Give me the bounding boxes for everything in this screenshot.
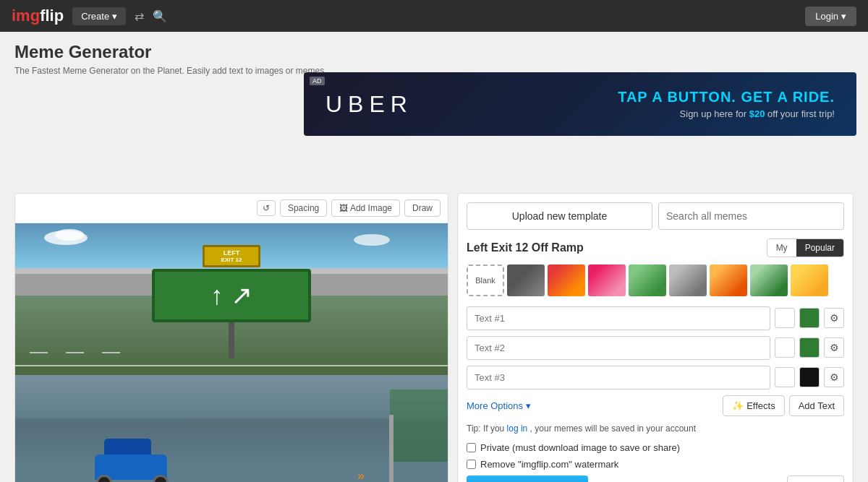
tip-text: Tip: If you (467, 423, 507, 434)
content-row: ↺ Spacing 🖼 Add Image Draw (14, 193, 854, 482)
sign-green: ↑ ↗ (152, 269, 311, 322)
text-field-1[interactable] (467, 306, 770, 330)
login-button[interactable]: Login ▾ (805, 7, 856, 26)
thumb-item[interactable] (791, 264, 828, 296)
more-options-label: More Options (467, 400, 523, 411)
spacing-button[interactable]: Spacing (280, 199, 327, 217)
search-icon[interactable]: 🔍 (153, 9, 167, 23)
generate-row: Generate Meme Reset (467, 475, 844, 482)
private-label: Private (must download image to save or … (480, 442, 680, 453)
ad-subtext: Sign up here for $20 off your first trip… (442, 108, 835, 119)
ad-highlight: $20 (749, 108, 765, 119)
upload-template-button[interactable]: Upload new template (467, 202, 652, 230)
tip-suffix: , your memes will be saved in your accou… (530, 423, 696, 434)
add-image-button[interactable]: 🖼 Add Image (331, 199, 400, 217)
text-settings-3[interactable]: ⚙ (824, 367, 844, 387)
text-row-1: ⚙ (467, 306, 844, 330)
template-row: Upload new template (467, 202, 844, 230)
navbar-right: Login ▾ (805, 7, 856, 26)
chevron-down-icon: ▾ (526, 400, 531, 411)
car (88, 455, 174, 482)
controls-inner: Upload new template Left Exit 12 Off Ram… (457, 193, 854, 482)
tab-my[interactable]: My (767, 239, 796, 257)
thumb-item[interactable] (669, 264, 707, 296)
ad-brand: UBER (326, 91, 413, 118)
logo-text: imgflip (12, 7, 64, 25)
text-color-accent-1[interactable] (799, 308, 820, 328)
shuffle-icon[interactable]: ⇄ (135, 9, 144, 23)
private-checkbox[interactable] (467, 443, 476, 452)
meme-top-image: LEFT EXIT 12 ↑ ↗ (15, 223, 448, 375)
text-color-white-1[interactable] (775, 308, 795, 328)
upload-label: Upload new template (512, 210, 608, 222)
tab-group: My Popular (767, 238, 844, 257)
thumb-item[interactable] (507, 264, 545, 296)
spacing-label: Spacing (288, 203, 319, 213)
watermark-label: Remove "imgflip.com" watermark (480, 459, 618, 470)
ad-headline: TAP A BUTTON. GET A RIDE. (442, 89, 835, 106)
text-field-3[interactable] (467, 366, 770, 390)
thumb-item[interactable] (588, 264, 626, 296)
watermark-checkbox-row: Remove "imgflip.com" watermark (467, 459, 844, 470)
thumb-blank[interactable]: Blank (467, 264, 504, 296)
more-options-button[interactable]: More Options ▾ (467, 400, 531, 411)
editor-toolbar: ↺ Spacing 🖼 Add Image Draw (15, 194, 448, 223)
highway-sign: LEFT EXIT 12 ↑ ↗ (152, 245, 311, 358)
navbar: imgflip Create ▾ ⇄ 🔍 Login ▾ (0, 0, 868, 32)
create-label: Create (81, 11, 109, 22)
ad-banner[interactable]: AD UBER TAP A BUTTON. GET A RIDE. Sign u… (304, 72, 856, 136)
meme-bottom-image: » » (15, 375, 448, 482)
text-color-accent-2[interactable] (799, 337, 820, 358)
meme-title: Left Exit 12 Off Ramp (467, 241, 584, 254)
search-input[interactable] (658, 202, 844, 230)
sign-pole (229, 322, 234, 358)
text-field-2[interactable] (467, 336, 770, 360)
action-buttons: ✨ Effects Add Text (723, 395, 844, 416)
text-color-black-3[interactable] (799, 367, 820, 387)
add-text-label: Add Text (799, 400, 835, 411)
tab-popular[interactable]: Popular (796, 239, 843, 257)
sign-yellow: LEFT EXIT 12 (203, 245, 260, 267)
chevron-down-icon: ▾ (841, 11, 846, 22)
tip-row: Tip: If you log in , your memes will be … (467, 423, 844, 434)
meme-image: LEFT EXIT 12 ↑ ↗ (15, 223, 448, 482)
text-settings-2[interactable]: ⚙ (824, 337, 844, 358)
text-row-2: ⚙ (467, 336, 844, 360)
watermark-checkbox[interactable] (467, 460, 476, 469)
create-button[interactable]: Create ▾ (72, 7, 126, 25)
ad-subtext-before: Sign up here for (680, 108, 749, 119)
add-image-label: Add Image (350, 203, 392, 213)
undo-button[interactable]: ↺ (257, 200, 276, 216)
effects-label: Effects (746, 400, 775, 411)
ad-text: TAP A BUTTON. GET A RIDE. Sign up here f… (442, 89, 835, 119)
login-label: Login (815, 11, 838, 22)
options-row: More Options ▾ ✨ Effects Add Text (467, 395, 844, 416)
ad-tag: AD (310, 77, 325, 85)
sparkle-icon: ✨ (732, 400, 744, 411)
meme-editor-panel: ↺ Spacing 🖼 Add Image Draw (14, 193, 448, 482)
text-color-white-2[interactable] (775, 337, 795, 358)
thumb-item[interactable] (710, 264, 747, 296)
generate-button[interactable]: Generate Meme (467, 475, 588, 482)
thumb-item[interactable] (750, 264, 788, 296)
login-link[interactable]: log in (507, 423, 530, 434)
add-text-button[interactable]: Add Text (789, 395, 844, 416)
page-title: Meme Generator (14, 42, 854, 62)
draw-label: Draw (412, 203, 433, 213)
meme-title-row: Left Exit 12 Off Ramp My Popular (467, 238, 844, 257)
navbar-left: imgflip Create ▾ ⇄ 🔍 (12, 7, 167, 25)
controls-panel: Upload new template Left Exit 12 Off Ram… (457, 193, 854, 482)
text-color-white-3[interactable] (775, 367, 795, 387)
private-checkbox-row: Private (must download image to save or … (467, 442, 844, 453)
thumbnail-row: Blank (467, 264, 844, 296)
draw-button[interactable]: Draw (404, 199, 441, 217)
ad-subtext-after: off your first trip! (767, 108, 835, 119)
logo[interactable]: imgflip (12, 7, 64, 25)
text-settings-1[interactable]: ⚙ (824, 308, 844, 328)
text-row-3: ⚙ (467, 366, 844, 390)
chevron-down-icon: ▾ (112, 11, 117, 22)
effects-button[interactable]: ✨ Effects (723, 395, 785, 416)
thumb-item[interactable] (548, 264, 585, 296)
thumb-item[interactable] (629, 264, 666, 296)
reset-button[interactable]: Reset (787, 475, 844, 482)
